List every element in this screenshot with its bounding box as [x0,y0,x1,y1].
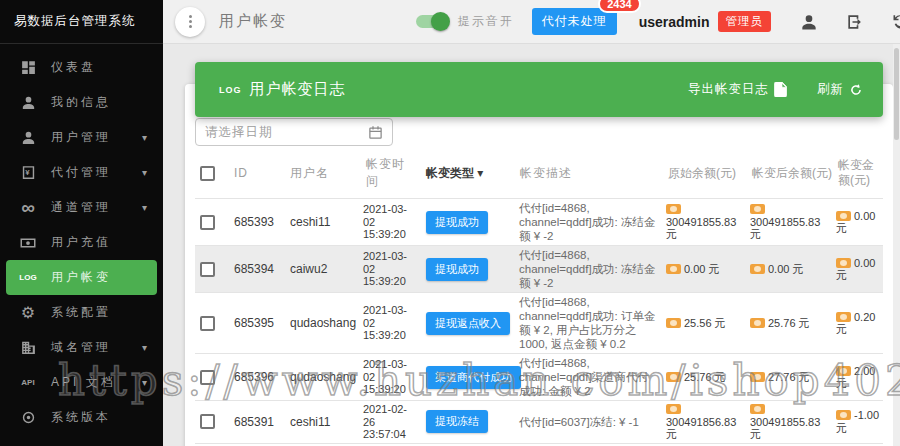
cell-type: 提现成功 [421,246,515,293]
sidebar-item-label: 用户帐变 [51,269,111,286]
cell-balance-before: 25.76 元 [663,354,747,401]
banknote-icon [666,318,681,328]
person-icon[interactable] [799,12,819,32]
cell-id: 685393 [229,199,285,246]
table-header-row: ID 用户名 帐变时间 帐变类型 ▾ 帐变描述 原始余额(元) 帐变后余额(元)… [195,150,883,199]
sidebar-item-label: 用户管理 [51,129,111,146]
panel-title: 用户帐变日志 [250,80,346,99]
log-card: 请选择日期 ID 用户名 帐变时间 帐变类型 ▾ [185,84,893,446]
type-badge: 提现返点收入 [426,312,510,335]
cell-id: 685394 [229,246,285,293]
sidebar-item-payout-mgmt[interactable]: ¥ 代付管理 ▾ [0,155,163,190]
username: useradmin [639,14,710,30]
page-title: 用户帐变 [219,12,287,31]
cell-desc: 代付[id=6037]冻结: ¥ -1 [515,401,663,444]
chevron-down-icon: ▾ [142,167,150,178]
app-root: 易数据后台管理系统 仪表盘 我的信息 用户管理 ▾ [0,0,900,446]
sidebar-item-system-config[interactable]: ⚙ 系统配置 [0,295,163,330]
sidebar-item-label: 系统配置 [51,304,111,321]
cell-amount: -1.00 元 [833,401,883,444]
chevron-down-icon: ▾ [477,166,483,180]
export-log-button[interactable]: 导出帐变日志 [688,81,787,98]
cell-amount: 0.20 元 [833,293,883,354]
cell-desc: 代付[id=4868, channel=qddf]成功: 冻结金额 ¥ -2 [515,199,663,246]
banknote-icon [836,366,851,376]
svg-text:¥: ¥ [25,168,31,177]
logout-icon[interactable] [845,12,865,32]
vertical-scrollbar[interactable] [893,44,900,446]
sidebar-item-my-info[interactable]: 我的信息 [0,85,163,120]
sidebar-item-user-mgmt[interactable]: 用户管理 ▾ [0,120,163,155]
navbar-right: 提示音开 代付未处理 2434 useradmin 管理员 [416,8,900,35]
sidebar: 易数据后台管理系统 仪表盘 我的信息 用户管理 ▾ [0,0,163,446]
cell-time: 2021-03-02 15:39:20 [361,354,421,401]
banknote-icon [750,264,765,274]
header-type-filter[interactable]: 帐变类型 ▾ [421,150,515,199]
header-id: ID [229,150,285,199]
gear-icon: ⚙ [17,303,39,322]
cell-balance-after: 25.76 元 [747,293,833,354]
type-badge: 渠道商代付成功 [426,366,521,389]
banknote-icon [836,211,851,221]
sidebar-item-channel-mgmt[interactable]: ∞ 通道管理 ▾ [0,190,163,225]
account-change-table: ID 用户名 帐变时间 帐变类型 ▾ 帐变描述 原始余额(元) 帐变后余额(元)… [195,150,883,446]
sidebar-item-domain-mgmt[interactable]: 域名管理 ▾ [0,330,163,365]
header-desc: 帐变描述 [515,150,663,199]
log-icon: LOG [17,273,39,282]
cell-desc: 代付[id=4868, channel=qddf]成功: 冻结金额 ¥ -2 [515,246,663,293]
banknote-icon [836,410,851,420]
sidebar-item-label: 我的信息 [51,94,111,111]
sidebar-item-label: API 文档 [51,374,116,391]
type-badge: 提现成功 [426,258,488,281]
app-title: 易数据后台管理系统 [0,0,163,44]
cell-balance-after: 300491855.83 元 [747,401,833,444]
table-row: 685396qudaoshang2021-03-02 15:39:20渠道商代付… [195,354,883,401]
api-icon: API [17,378,39,387]
row-checkbox[interactable] [200,215,215,230]
banknote-icon [750,318,765,328]
sidebar-item-user-account-change[interactable]: LOG 用户帐变 [6,260,157,295]
type-badge: 提现冻结 [426,410,488,433]
row-checkbox[interactable] [200,370,215,385]
cell-desc: 代付[id=4868, channel=qddf]渠道商代付成功: 金额 ¥ 2 [515,354,663,401]
banknote-icon [750,372,765,382]
banknote-icon [666,404,681,414]
header-amount: 帐变金额(元) [833,150,883,199]
cell-checkbox [195,246,229,293]
sidebar-item-api-docs[interactable]: API API 文档 ▾ [0,365,163,400]
cell-checkbox [195,354,229,401]
refresh-button[interactable]: 刷新 [817,81,863,98]
calendar-icon [368,125,383,140]
cell-time: 2021-03-02 15:39:20 [361,293,421,354]
sidebar-item-user-recharge[interactable]: 用户充值 [0,225,163,260]
date-picker[interactable]: 请选择日期 [195,118,393,146]
sidebar-item-label: 代付管理 [51,164,111,181]
header-balance-before: 原始余额(元) [663,150,747,199]
cell-checkbox [195,401,229,444]
cell-time: 2021-02-26 23:57:04 [361,401,421,444]
sidebar-item-dashboard[interactable]: 仪表盘 [0,50,163,85]
banknote-icon [666,264,681,274]
cell-id: 685391 [229,401,285,444]
role-badge: 管理员 [718,11,772,32]
select-all-checkbox[interactable] [200,166,215,181]
sidebar-item-system-version[interactable]: 系统版本 [0,400,163,435]
chevron-down-icon: ▾ [142,132,150,143]
cell-balance-before: 25.56 元 [663,293,747,354]
version-icon [17,409,39,426]
person-icon [17,94,39,111]
cell-type: 渠道商代付成功 [421,354,515,401]
row-checkbox[interactable] [200,316,215,331]
banknote-icon [750,204,765,214]
payment-icon: ¥ [17,164,39,181]
history-icon[interactable] [891,12,900,32]
refresh-icon [849,83,863,97]
banknote-icon [17,234,39,252]
main-content: LOG 用户帐变日志 导出帐变日志 刷新 请选择日期 [163,44,900,446]
menu-kebab-button[interactable] [175,7,205,37]
scrollbar-thumb[interactable] [894,48,899,140]
row-checkbox[interactable] [200,414,215,429]
row-checkbox[interactable] [200,262,215,277]
sound-toggle[interactable] [416,15,448,28]
cell-time: 2021-03-02 15:39:20 [361,199,421,246]
